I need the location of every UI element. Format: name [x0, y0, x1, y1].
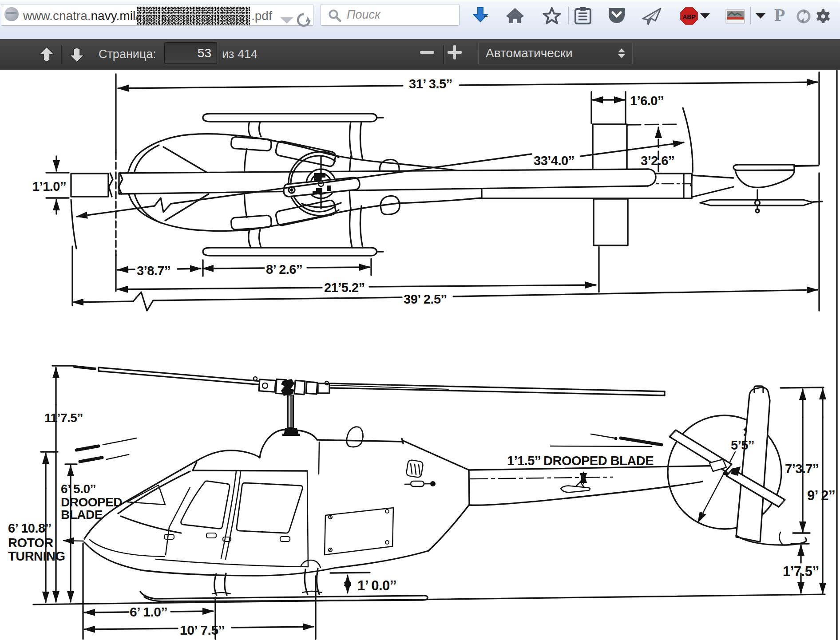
svg-text:1’7.5’’: 1’7.5’’	[783, 564, 819, 579]
svg-text:21’5.2’’: 21’5.2’’	[324, 280, 365, 295]
svg-text:3’8.7’’: 3’8.7’’	[137, 264, 170, 278]
svg-text:ROTOR: ROTOR	[8, 536, 53, 550]
svg-text:7’3.7’’: 7’3.7’’	[785, 462, 819, 476]
svg-text:1’6.0’’: 1’6.0’’	[630, 94, 664, 108]
svg-text:1’1.0’’: 1’1.0’’	[32, 179, 66, 194]
svg-text:10’ 7.5’’: 10’ 7.5’’	[180, 623, 225, 637]
svg-text:8’ 2.6’’: 8’ 2.6’’	[266, 262, 302, 277]
svg-text:BLADE: BLADE	[61, 508, 103, 521]
svg-text:ABP: ABP	[682, 13, 696, 20]
svg-text:6’ 1.0’’: 6’ 1.0’’	[130, 604, 167, 619]
svg-text:39’ 2.5’’: 39’ 2.5’’	[404, 292, 447, 306]
svg-text:DROOPED: DROOPED	[61, 495, 122, 509]
svg-text:1’1.5’’ DROOPED BLADE: 1’1.5’’ DROOPED BLADE	[507, 454, 654, 468]
svg-text:5’5’’: 5’5’’	[731, 438, 754, 452]
svg-text:31’ 3.5’’: 31’ 3.5’’	[409, 77, 452, 91]
svg-text:6’ 10.8’’: 6’ 10.8’’	[8, 521, 52, 535]
svg-text:11’7.5’’: 11’7.5’’	[44, 411, 83, 425]
svg-text:1’ 0.0’’: 1’ 0.0’’	[357, 578, 396, 593]
svg-text:33’4.0’’: 33’4.0’’	[534, 154, 575, 168]
svg-text:6’ 5.0’’: 6’ 5.0’’	[61, 482, 96, 496]
svg-text:TURNING: TURNING	[8, 549, 65, 563]
svg-text:9’ 2’’: 9’ 2’’	[807, 488, 835, 503]
svg-text:3’2.6’’: 3’2.6’’	[641, 154, 674, 168]
